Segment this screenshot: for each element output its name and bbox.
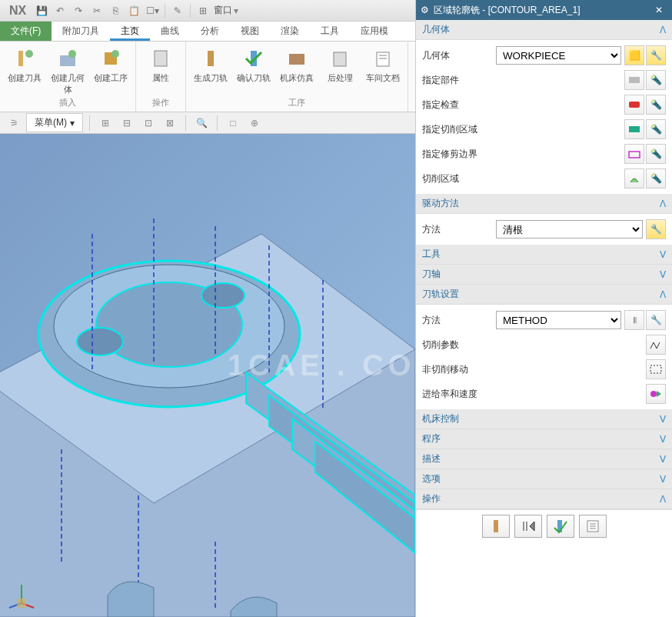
tab-view[interactable]: 视图 <box>230 22 270 41</box>
method-inherit-icon[interactable]: ⫴ <box>624 310 644 330</box>
section-geometry-header[interactable]: 几何体 ᐱ <box>416 20 672 40</box>
verify-toolpath-icon <box>241 46 266 71</box>
display-check-icon[interactable]: 🔦 <box>646 95 666 115</box>
shop-doc-button[interactable]: 车间文档 <box>363 45 403 85</box>
copy-icon[interactable]: ⎘ <box>107 2 124 19</box>
geometry-view-icon[interactable]: ⊡ <box>139 114 158 132</box>
edit-drive-icon[interactable]: 🔧 <box>646 219 666 239</box>
row-specify-part: 指定部件 🔦 <box>416 68 672 92</box>
filter-icon[interactable]: ⚞ <box>5 114 23 132</box>
machine-tool-icon[interactable]: ⊟ <box>118 114 136 132</box>
drive-method-select[interactable]: 清根 <box>496 220 643 238</box>
svg-rect-10 <box>334 52 346 66</box>
window-label[interactable]: 窗口 <box>214 4 232 17</box>
machine-sim-button[interactable]: 机床仿真 <box>277 45 317 85</box>
svg-point-35 <box>650 391 657 397</box>
chevron-up-icon: ᐱ <box>660 198 666 209</box>
row-feeds: 进给率和速度 <box>416 382 672 406</box>
gear-icon[interactable]: ⚙ <box>421 5 429 15</box>
svg-point-17 <box>77 328 123 355</box>
display-part-icon[interactable]: 🔦 <box>646 70 666 90</box>
specify-cut-area-icon[interactable] <box>624 119 644 139</box>
machining-method-icon[interactable]: ⊠ <box>161 114 179 132</box>
display-cut-region-icon[interactable]: 🔦 <box>646 168 666 188</box>
chevron-down-icon: ᐯ <box>660 434 666 445</box>
find-icon[interactable]: 🔍 <box>192 114 211 132</box>
row-drive-method: 方法 清根 🔧 <box>416 217 672 242</box>
tab-home[interactable]: 主页 <box>110 22 150 41</box>
section-tool-axis-header[interactable]: 刀轴 ᐯ <box>416 265 672 285</box>
tab-render[interactable]: 渲染 <box>270 22 310 41</box>
paste-icon[interactable]: 📋 <box>125 2 142 19</box>
section-machine-ctrl-header[interactable]: 机床控制 ᐯ <box>416 409 672 429</box>
replay-button[interactable] <box>514 515 542 538</box>
create-geometry-button[interactable]: 创建几何体 <box>48 45 88 97</box>
redo-icon[interactable]: ↷ <box>70 2 87 19</box>
section-options-header[interactable]: 选项 ᐯ <box>416 469 672 489</box>
tab-analysis[interactable]: 分析 <box>190 22 230 41</box>
tab-application[interactable]: 应用模 <box>350 22 399 41</box>
cut-area-icon[interactable] <box>624 168 644 188</box>
generate-toolpath-button[interactable]: 生成刀轨 <box>191 45 231 85</box>
add-select-icon[interactable]: ⊕ <box>245 114 264 132</box>
tab-tools[interactable]: 工具 <box>310 22 350 41</box>
display-trim-icon[interactable]: 🔦 <box>646 144 666 164</box>
section-description-header[interactable]: 描述 ᐯ <box>416 449 672 469</box>
new-geometry-icon[interactable]: 🟨 <box>624 45 644 65</box>
cut-params-icon[interactable] <box>646 335 666 355</box>
panel-body: 几何体 ᐱ 几何体 WORKPIECE 🟨 🔧 指定部件 🔦 <box>416 20 672 617</box>
section-drive-method-header[interactable]: 驱动方法 ᐱ <box>416 194 672 214</box>
specify-trim-icon[interactable] <box>624 144 644 164</box>
section-tool-header[interactable]: 工具 ᐯ <box>416 245 672 265</box>
verify-button[interactable] <box>547 515 574 538</box>
section-program-header[interactable]: 程序 ᐯ <box>416 429 672 449</box>
specify-check-icon[interactable] <box>624 95 644 115</box>
method-select[interactable]: METHOD <box>496 311 621 329</box>
save-icon[interactable]: 💾 <box>33 2 50 19</box>
create-operation-button[interactable]: 创建工序 <box>91 45 131 97</box>
method-edit-icon[interactable]: 🔧 <box>646 310 666 330</box>
row-geometry: 几何体 WORKPIECE 🟨 🔧 <box>416 43 672 68</box>
box-select-icon[interactable]: □ <box>224 114 242 132</box>
section-path-settings-header[interactable]: 刀轨设置 ᐱ <box>416 285 672 305</box>
triad-icon[interactable] <box>6 580 37 611</box>
close-icon[interactable]: ✕ <box>650 5 667 15</box>
tab-file[interactable]: 文件(F) <box>0 22 52 41</box>
menu-label: 菜单(M) <box>35 116 67 129</box>
properties-button[interactable]: 属性 <box>141 45 181 85</box>
eraser-icon[interactable]: ✎ <box>169 2 186 19</box>
cut-icon[interactable]: ✂ <box>88 2 105 19</box>
edit-geometry-icon[interactable]: 🔧 <box>646 45 666 65</box>
post-process-button[interactable]: 后处理 <box>320 45 360 85</box>
chevron-down-icon[interactable]: ▾ <box>234 5 238 16</box>
app-logo: NX <box>3 4 32 18</box>
separator <box>165 4 165 18</box>
touch-icon[interactable]: ☐▾ <box>144 2 161 19</box>
ribbon-group-operation: 生成刀轨 确认刀轨 机床仿真 后处理 车间文档 工序 <box>186 42 408 112</box>
ribbon-group-insert: 创建刀具 创建几何体 创建工序 插入 <box>0 42 136 112</box>
menu-button[interactable]: 菜单(M) ▾ <box>26 113 83 132</box>
section-operation-header[interactable]: 操作 ᐱ <box>416 489 672 509</box>
svg-rect-6 <box>155 51 167 66</box>
non-cut-moves-icon[interactable] <box>646 359 666 379</box>
tab-curve[interactable]: 曲线 <box>150 22 190 41</box>
program-order-icon[interactable]: ⊞ <box>96 114 115 132</box>
list-button[interactable] <box>579 515 607 538</box>
specify-part-icon[interactable] <box>624 70 644 90</box>
feeds-speeds-icon[interactable] <box>646 384 666 404</box>
create-tool-button[interactable]: 创建刀具 <box>5 45 45 97</box>
panel-title: 区域轮廓铣 - [CONTOUR_AREA_1] <box>434 4 580 17</box>
svg-point-3 <box>68 50 76 58</box>
side-panel: ⚙ 区域轮廓铣 - [CONTOUR_AREA_1] ✕ 几何体 ᐱ 几何体 W… <box>415 0 672 617</box>
tab-addon-tool[interactable]: 附加刀具 <box>52 22 110 41</box>
create-geometry-icon <box>55 46 80 71</box>
window-icon[interactable]: ⊞ <box>195 2 211 19</box>
svg-rect-30 <box>17 599 26 608</box>
undo-icon[interactable]: ↶ <box>52 2 68 19</box>
verify-toolpath-button[interactable]: 确认刀轨 <box>234 45 274 85</box>
generate-button[interactable] <box>482 515 510 538</box>
generate-toolpath-icon <box>198 46 223 71</box>
row-specify-check: 指定检查 🔦 <box>416 92 672 117</box>
geometry-select[interactable]: WORKPIECE <box>496 46 621 65</box>
display-cut-area-icon[interactable]: 🔦 <box>646 119 666 139</box>
